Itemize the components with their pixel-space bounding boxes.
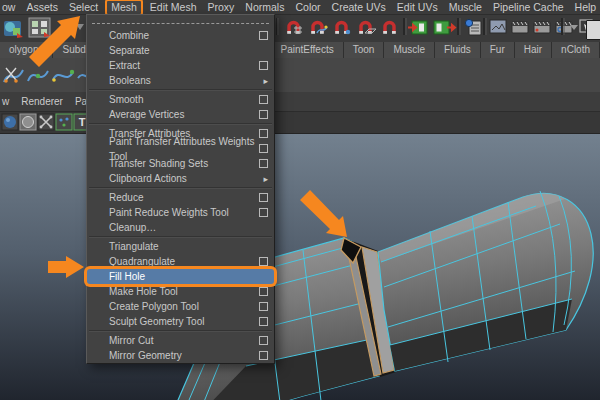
shelf-tab-ncloth[interactable]: nCloth [552, 42, 600, 58]
attach-curve-icon[interactable] [28, 71, 48, 81]
menu-item-clipboard-actions[interactable]: Clipboard Actions▸ [87, 171, 274, 186]
menu-item-quadrangulate[interactable]: Quadrangulate [87, 254, 274, 269]
menu-item-smooth[interactable]: Smooth [87, 92, 274, 107]
snap-grid-icon[interactable] [287, 23, 302, 35]
menu-item-mirror-cut[interactable]: Mirror Cut [87, 333, 274, 348]
menubar-item-assets[interactable]: Assets [24, 1, 60, 14]
menu-item-separate[interactable]: Separate [87, 43, 274, 58]
menu-item-label: Fill Hole [109, 269, 268, 284]
menubar-item-muscle[interactable]: Muscle [447, 1, 484, 14]
menu-separator [89, 236, 272, 238]
render-view-icon[interactable] [490, 20, 506, 33]
menubar-item-normals[interactable]: Normals [243, 1, 286, 14]
output-connections-icon[interactable] [434, 21, 455, 34]
menubar-item-edit-uvs[interactable]: Edit UVs [395, 1, 440, 14]
render-current-frame-icon[interactable] [512, 22, 528, 33]
menu-item-label: Clipboard Actions [109, 171, 259, 186]
construction-history-icon[interactable] [465, 19, 481, 35]
menu-item-label: Quadrangulate [109, 254, 255, 269]
svg-text:T: T [79, 116, 86, 128]
status-right-icons [276, 14, 600, 42]
menu-item-make-hole-tool[interactable]: Make Hole Tool [87, 284, 274, 299]
quick-select-field[interactable] [586, 20, 600, 40]
menu-item-label: Combine [109, 28, 255, 43]
menu-item-sculpt-geometry-tool[interactable]: Sculpt Geometry Tool [87, 314, 274, 329]
menubar-item-select[interactable]: Select [67, 1, 100, 14]
option-box-icon[interactable] [259, 208, 268, 217]
panel-menu-renderer[interactable]: Renderer [21, 96, 63, 107]
menu-item-label: Separate [109, 43, 268, 58]
option-box-icon[interactable] [259, 193, 268, 202]
scene-layers-icon[interactable] [4, 21, 23, 38]
menu-item-label: Paint Reduce Weights Tool [109, 205, 255, 220]
menu-item-transfer-shading-sets[interactable]: Transfer Shading Sets [87, 156, 274, 171]
menubar-item-edit-mesh[interactable]: Edit Mesh [148, 1, 199, 14]
option-box-icon[interactable] [259, 257, 268, 266]
option-box-icon[interactable] [259, 351, 268, 360]
option-box-icon[interactable] [259, 110, 268, 119]
curve-point-icon[interactable] [52, 70, 74, 82]
menu-tearoff-handle[interactable] [92, 18, 269, 24]
option-box-icon[interactable] [259, 61, 268, 70]
option-box-icon[interactable] [259, 129, 268, 138]
menu-item-label: Reduce [109, 190, 255, 205]
status-left-icons [0, 14, 88, 42]
layout-grid-icon[interactable] [29, 18, 50, 37]
menubar-item-color[interactable]: Color [293, 1, 322, 14]
list-dropdown-icon[interactable] [60, 22, 84, 35]
menu-item-create-polygon-tool[interactable]: Create Polygon Tool [87, 299, 274, 314]
menubar-item-ow[interactable]: ow [0, 1, 17, 14]
menu-item-label: Extract [109, 58, 255, 73]
panel-menu-w[interactable]: w [2, 96, 9, 107]
menu-separator [89, 89, 272, 91]
option-box-icon[interactable] [259, 336, 268, 345]
option-box-icon[interactable] [259, 302, 268, 311]
snap-surface-icon[interactable] [383, 23, 396, 34]
shelf-tab-hair[interactable]: Hair [515, 42, 552, 58]
option-box-icon[interactable] [259, 144, 268, 153]
option-box-icon[interactable] [259, 159, 268, 168]
menu-item-label: Transfer Shading Sets [109, 156, 255, 171]
submenu-arrow-icon: ▸ [263, 76, 268, 86]
shelf-tab-fur[interactable]: Fur [481, 42, 515, 58]
shelf-tab-muscle[interactable]: Muscle [384, 42, 435, 58]
option-box-icon[interactable] [259, 287, 268, 296]
menu-item-label: Cleanup… [109, 220, 268, 235]
menubar-item-proxy[interactable]: Proxy [206, 1, 237, 14]
menu-item-paint-reduce-weights-tool[interactable]: Paint Reduce Weights Tool [87, 205, 274, 220]
shelf-tab-painteffects[interactable]: PaintEffects [272, 42, 344, 58]
input-connections-icon[interactable] [408, 21, 427, 34]
xray-icon[interactable] [38, 114, 54, 130]
menu-item-label: Smooth [109, 92, 255, 107]
ipr-render-icon[interactable] [534, 22, 550, 33]
shelf-tab-toon[interactable]: Toon [344, 42, 385, 58]
menu-item-mirror-geometry[interactable]: Mirror Geometry [87, 348, 274, 363]
menubar-item-create-uvs[interactable]: Create UVs [330, 1, 388, 14]
menu-item-cleanup[interactable]: Cleanup… [87, 220, 274, 235]
vertex-display-icon[interactable] [56, 114, 72, 130]
menu-item-reduce[interactable]: Reduce [87, 190, 274, 205]
snap-point-icon[interactable] [335, 23, 350, 35]
option-box-icon[interactable] [259, 31, 268, 40]
menu-item-booleans[interactable]: Booleans▸ [87, 73, 274, 88]
mesh-menu-items: CombineSeparateExtractBooleans▸SmoothAve… [87, 28, 274, 363]
menu-item-label: Create Polygon Tool [109, 299, 255, 314]
shelf-tab-olygons[interactable]: olygons [0, 42, 53, 58]
shelf-tab-fluids[interactable]: Fluids [435, 42, 481, 58]
snap-curve-icon[interactable] [311, 23, 327, 34]
cut-curve-icon[interactable] [4, 68, 23, 83]
menu-item-average-vertices[interactable]: Average Vertices [87, 107, 274, 122]
menu-item-fill-hole[interactable]: Fill Hole [87, 269, 274, 284]
menu-item-paint-transfer-attributes-weights-tool[interactable]: Paint Transfer Attributes Weights Tool [87, 141, 274, 156]
snap-plane-icon[interactable] [359, 23, 376, 34]
menubar-item-pipeline-cache[interactable]: Pipeline Cache [491, 1, 566, 14]
menu-item-triangulate[interactable]: Triangulate [87, 239, 274, 254]
menu-item-extract[interactable]: Extract [87, 58, 274, 73]
shaded-sphere-icon[interactable] [2, 114, 18, 130]
wireframe-circle-icon[interactable] [20, 114, 36, 130]
menubar-item-help[interactable]: Help [573, 1, 599, 14]
menu-item-combine[interactable]: Combine [87, 28, 274, 43]
option-box-icon[interactable] [259, 95, 268, 104]
menu-item-label: Make Hole Tool [109, 284, 255, 299]
option-box-icon[interactable] [259, 317, 268, 326]
